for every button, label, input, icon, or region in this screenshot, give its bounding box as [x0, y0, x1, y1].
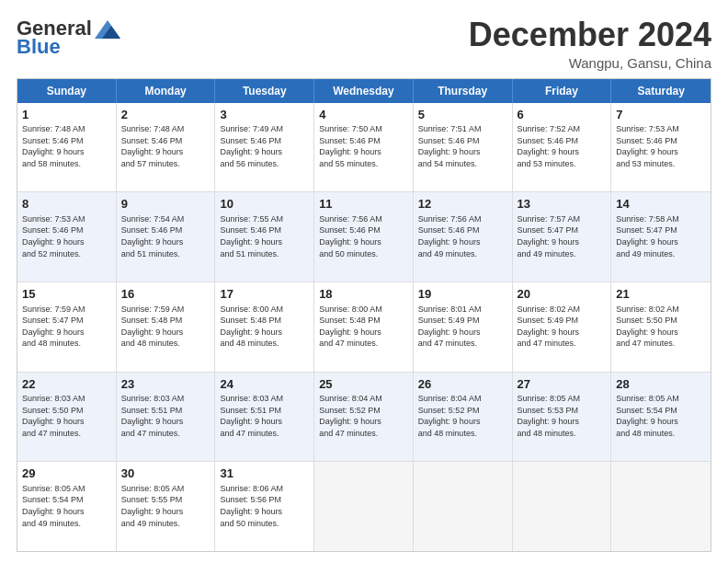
calendar-cell: 26Sunrise: 8:04 AM Sunset: 5:52 PM Dayli…: [414, 373, 513, 462]
cell-info: Sunrise: 7:56 AM Sunset: 5:46 PM Dayligh…: [418, 213, 507, 259]
cell-info: Sunrise: 8:03 AM Sunset: 5:50 PM Dayligh…: [22, 393, 111, 439]
logo-icon: [95, 20, 120, 39]
day-number: 10: [220, 196, 309, 213]
calendar-cell: 29Sunrise: 8:05 AM Sunset: 5:54 PM Dayli…: [17, 462, 117, 551]
weekday-header: Monday: [117, 79, 216, 103]
cell-info: Sunrise: 7:49 AM Sunset: 5:46 PM Dayligh…: [220, 123, 309, 169]
cell-info: Sunrise: 8:05 AM Sunset: 5:55 PM Dayligh…: [121, 483, 210, 529]
calendar-body: 1Sunrise: 7:48 AM Sunset: 5:46 PM Daylig…: [17, 103, 711, 551]
day-number: 18: [319, 286, 408, 303]
cell-info: Sunrise: 7:52 AM Sunset: 5:46 PM Dayligh…: [518, 123, 607, 169]
day-number: 19: [418, 286, 507, 303]
day-number: 31: [220, 465, 309, 482]
calendar-cell: 18Sunrise: 8:00 AM Sunset: 5:48 PM Dayli…: [314, 282, 414, 372]
day-number: 14: [616, 196, 706, 213]
cell-info: Sunrise: 8:05 AM Sunset: 5:54 PM Dayligh…: [616, 393, 706, 439]
day-number: 4: [319, 107, 408, 123]
calendar-cell: 25Sunrise: 8:04 AM Sunset: 5:52 PM Dayli…: [314, 373, 414, 462]
day-number: 3: [220, 107, 309, 123]
day-number: 6: [518, 107, 607, 123]
calendar-cell: 16Sunrise: 7:59 AM Sunset: 5:48 PM Dayli…: [117, 282, 216, 372]
calendar-cell: 2Sunrise: 7:48 AM Sunset: 5:46 PM Daylig…: [117, 103, 216, 192]
day-number: 24: [220, 376, 309, 393]
calendar-row: 15Sunrise: 7:59 AM Sunset: 5:47 PM Dayli…: [17, 282, 711, 373]
cell-info: Sunrise: 8:06 AM Sunset: 5:56 PM Dayligh…: [220, 483, 309, 529]
calendar-cell: 3Sunrise: 7:49 AM Sunset: 5:46 PM Daylig…: [215, 103, 314, 192]
calendar-header: SundayMondayTuesdayWednesdayThursdayFrid…: [17, 79, 711, 103]
calendar-cell: 30Sunrise: 8:05 AM Sunset: 5:55 PM Dayli…: [117, 462, 216, 551]
day-number: 13: [518, 196, 607, 213]
weekday-header: Wednesday: [314, 79, 414, 103]
logo: General Blue: [17, 17, 120, 57]
calendar-cell: [611, 462, 711, 551]
calendar-cell: 1Sunrise: 7:48 AM Sunset: 5:46 PM Daylig…: [17, 103, 117, 192]
weekday-header: Saturday: [611, 79, 711, 103]
day-number: 12: [418, 196, 507, 213]
calendar-cell: [513, 462, 612, 551]
calendar-row: 29Sunrise: 8:05 AM Sunset: 5:54 PM Dayli…: [17, 462, 711, 551]
calendar-cell: 24Sunrise: 8:03 AM Sunset: 5:51 PM Dayli…: [215, 373, 314, 462]
cell-info: Sunrise: 7:54 AM Sunset: 5:46 PM Dayligh…: [121, 213, 210, 259]
cell-info: Sunrise: 7:50 AM Sunset: 5:46 PM Dayligh…: [319, 123, 408, 169]
weekday-header: Tuesday: [215, 79, 314, 103]
calendar-cell: 6Sunrise: 7:52 AM Sunset: 5:46 PM Daylig…: [513, 103, 612, 192]
day-number: 15: [22, 286, 111, 303]
cell-info: Sunrise: 8:03 AM Sunset: 5:51 PM Dayligh…: [220, 393, 309, 439]
day-number: 28: [616, 376, 706, 393]
calendar-cell: 11Sunrise: 7:56 AM Sunset: 5:46 PM Dayli…: [314, 192, 414, 282]
calendar: SundayMondayTuesdayWednesdayThursdayFrid…: [17, 78, 711, 552]
day-number: 27: [518, 376, 607, 393]
cell-info: Sunrise: 8:05 AM Sunset: 5:54 PM Dayligh…: [22, 483, 111, 529]
day-number: 11: [319, 196, 408, 213]
cell-info: Sunrise: 7:55 AM Sunset: 5:46 PM Dayligh…: [220, 213, 309, 259]
calendar-cell: 23Sunrise: 8:03 AM Sunset: 5:51 PM Dayli…: [117, 373, 216, 462]
day-number: 7: [616, 107, 706, 123]
calendar-cell: 17Sunrise: 8:00 AM Sunset: 5:48 PM Dayli…: [215, 282, 314, 372]
cell-info: Sunrise: 7:59 AM Sunset: 5:48 PM Dayligh…: [121, 304, 210, 350]
cell-info: Sunrise: 7:48 AM Sunset: 5:46 PM Dayligh…: [22, 123, 111, 169]
cell-info: Sunrise: 7:56 AM Sunset: 5:46 PM Dayligh…: [319, 213, 408, 259]
calendar-cell: 13Sunrise: 7:57 AM Sunset: 5:47 PM Dayli…: [513, 192, 612, 282]
calendar-cell: 9Sunrise: 7:54 AM Sunset: 5:46 PM Daylig…: [117, 192, 216, 282]
cell-info: Sunrise: 8:02 AM Sunset: 5:49 PM Dayligh…: [518, 304, 607, 350]
day-number: 25: [319, 376, 408, 393]
cell-info: Sunrise: 8:05 AM Sunset: 5:53 PM Dayligh…: [518, 393, 607, 439]
cell-info: Sunrise: 7:48 AM Sunset: 5:46 PM Dayligh…: [121, 123, 210, 169]
cell-info: Sunrise: 7:59 AM Sunset: 5:47 PM Dayligh…: [22, 304, 111, 350]
day-number: 17: [220, 286, 309, 303]
calendar-cell: 14Sunrise: 7:58 AM Sunset: 5:47 PM Dayli…: [611, 192, 711, 282]
day-number: 21: [616, 286, 706, 303]
day-number: 30: [121, 465, 210, 482]
month-title: December 2024: [469, 17, 711, 53]
calendar-cell: 22Sunrise: 8:03 AM Sunset: 5:50 PM Dayli…: [17, 373, 117, 462]
calendar-cell: 5Sunrise: 7:51 AM Sunset: 5:46 PM Daylig…: [414, 103, 513, 192]
cell-info: Sunrise: 7:53 AM Sunset: 5:46 PM Dayligh…: [616, 123, 706, 169]
calendar-cell: 20Sunrise: 8:02 AM Sunset: 5:49 PM Dayli…: [513, 282, 612, 372]
calendar-row: 1Sunrise: 7:48 AM Sunset: 5:46 PM Daylig…: [17, 103, 711, 193]
calendar-row: 22Sunrise: 8:03 AM Sunset: 5:50 PM Dayli…: [17, 373, 711, 463]
calendar-cell: 31Sunrise: 8:06 AM Sunset: 5:56 PM Dayli…: [215, 462, 314, 551]
day-number: 20: [518, 286, 607, 303]
weekday-header: Friday: [513, 79, 612, 103]
cell-info: Sunrise: 8:00 AM Sunset: 5:48 PM Dayligh…: [319, 304, 408, 350]
calendar-cell: [314, 462, 414, 551]
day-number: 1: [22, 107, 111, 123]
cell-info: Sunrise: 8:04 AM Sunset: 5:52 PM Dayligh…: [319, 393, 408, 439]
day-number: 29: [22, 465, 111, 482]
day-number: 8: [22, 196, 111, 213]
calendar-row: 8Sunrise: 7:53 AM Sunset: 5:46 PM Daylig…: [17, 192, 711, 282]
day-number: 22: [22, 376, 111, 393]
day-number: 9: [121, 196, 210, 213]
cell-info: Sunrise: 7:53 AM Sunset: 5:46 PM Dayligh…: [22, 213, 111, 259]
cell-info: Sunrise: 7:58 AM Sunset: 5:47 PM Dayligh…: [616, 213, 706, 259]
cell-info: Sunrise: 8:01 AM Sunset: 5:49 PM Dayligh…: [418, 304, 507, 350]
calendar-cell: 27Sunrise: 8:05 AM Sunset: 5:53 PM Dayli…: [513, 373, 612, 462]
logo-blue: Blue: [17, 37, 61, 57]
cell-info: Sunrise: 8:02 AM Sunset: 5:50 PM Dayligh…: [616, 304, 706, 350]
page-header: General Blue December 2024 Wangpu, Gansu…: [17, 17, 711, 71]
calendar-cell: 19Sunrise: 8:01 AM Sunset: 5:49 PM Dayli…: [414, 282, 513, 372]
title-block: December 2024 Wangpu, Gansu, China: [469, 17, 711, 71]
day-number: 5: [418, 107, 507, 123]
calendar-cell: 21Sunrise: 8:02 AM Sunset: 5:50 PM Dayli…: [611, 282, 711, 372]
calendar-cell: 8Sunrise: 7:53 AM Sunset: 5:46 PM Daylig…: [17, 192, 117, 282]
